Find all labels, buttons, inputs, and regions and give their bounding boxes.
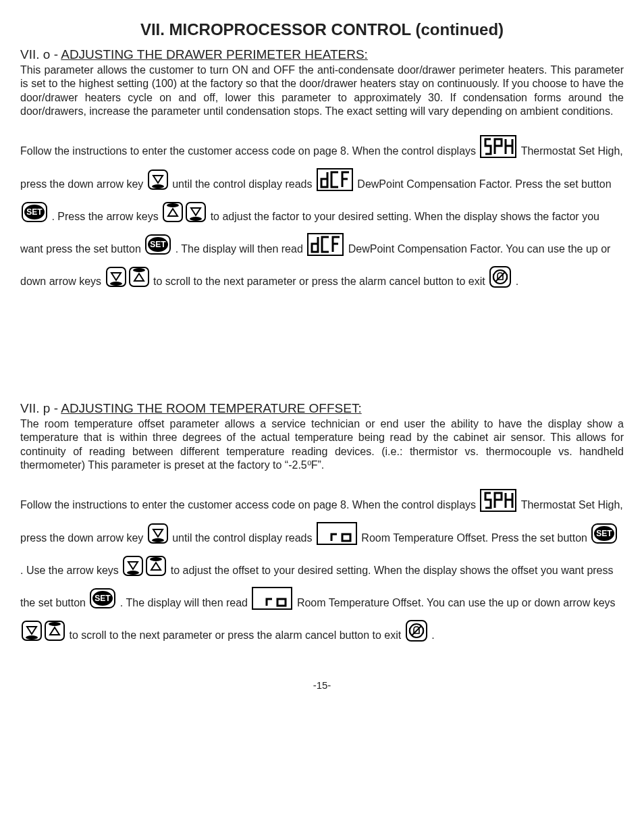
display-ro-icon bbox=[252, 587, 292, 621]
up-arrow-icon bbox=[146, 556, 166, 587]
text: . bbox=[431, 629, 434, 641]
section-p-heading: VII. p - ADJUSTING THE ROOM TEMPERATURE … bbox=[20, 401, 624, 416]
text: Follow the instructions to enter the cus… bbox=[20, 145, 479, 157]
text: until the control display reads bbox=[172, 179, 315, 190]
down-arrow-icon bbox=[148, 170, 168, 201]
down-arrow-icon bbox=[106, 267, 126, 298]
section-o-prefix: VII. o - bbox=[20, 47, 61, 61]
page-number: -15- bbox=[20, 679, 624, 691]
set-button-icon bbox=[145, 234, 171, 265]
down-arrow-icon bbox=[123, 556, 143, 587]
display-sph-icon bbox=[480, 489, 516, 523]
text: until the control display reads bbox=[172, 532, 315, 544]
alarm-cancel-icon bbox=[406, 620, 427, 652]
alarm-cancel-icon bbox=[489, 266, 511, 298]
text: to scroll to the next parameter or press… bbox=[153, 276, 488, 287]
set-button-icon bbox=[90, 588, 115, 619]
section-p-prefix: VII. p - bbox=[20, 401, 61, 415]
text: Follow the instructions to enter the cus… bbox=[20, 499, 479, 511]
page-title: VII. MICROPROCESSOR CONTROL (continued) bbox=[20, 20, 624, 39]
text: . bbox=[516, 276, 518, 287]
up-arrow-icon bbox=[45, 621, 65, 652]
display-dcf-icon bbox=[307, 233, 344, 267]
section-p-instructions: Follow the instructions to enter the cus… bbox=[20, 489, 624, 652]
down-arrow-icon bbox=[22, 621, 42, 652]
text: . The display will then read bbox=[176, 243, 306, 255]
text: Room Temperature Offset. Press the set b… bbox=[361, 532, 590, 544]
set-button-icon bbox=[591, 523, 617, 554]
text: . The display will then read bbox=[120, 597, 251, 608]
text: DewPoint Compensation Factor. Press the … bbox=[357, 179, 611, 190]
section-o-heading: VII. o - ADJUSTING THE DRAWER PERIMETER … bbox=[20, 47, 624, 62]
display-dcf-icon bbox=[317, 168, 353, 202]
section-o-instructions: Follow the instructions to enter the cus… bbox=[20, 135, 624, 298]
up-arrow-icon bbox=[163, 202, 183, 233]
down-arrow-icon bbox=[148, 523, 168, 554]
down-arrow-icon bbox=[186, 202, 206, 233]
section-p-paragraph: The room temperature offset parameter al… bbox=[20, 417, 624, 473]
text: . Press the arrow keys bbox=[51, 211, 161, 222]
up-arrow-icon bbox=[129, 267, 149, 298]
section-o-paragraph: This parameter allows the customer to tu… bbox=[20, 63, 624, 119]
display-ro-icon bbox=[317, 522, 357, 556]
set-button-icon bbox=[22, 202, 47, 233]
display-sph-icon bbox=[480, 135, 516, 169]
text: . Use the arrow keys bbox=[20, 565, 122, 576]
text: to scroll to the next parameter or press… bbox=[69, 629, 404, 641]
section-p-title: ADJUSTING THE ROOM TEMPERATURE OFFSET: bbox=[61, 401, 361, 415]
section-o-title: ADJUSTING THE DRAWER PERIMETER HEATERS: bbox=[61, 47, 368, 61]
text: Room Temperature Offset. You can use the… bbox=[297, 597, 616, 608]
